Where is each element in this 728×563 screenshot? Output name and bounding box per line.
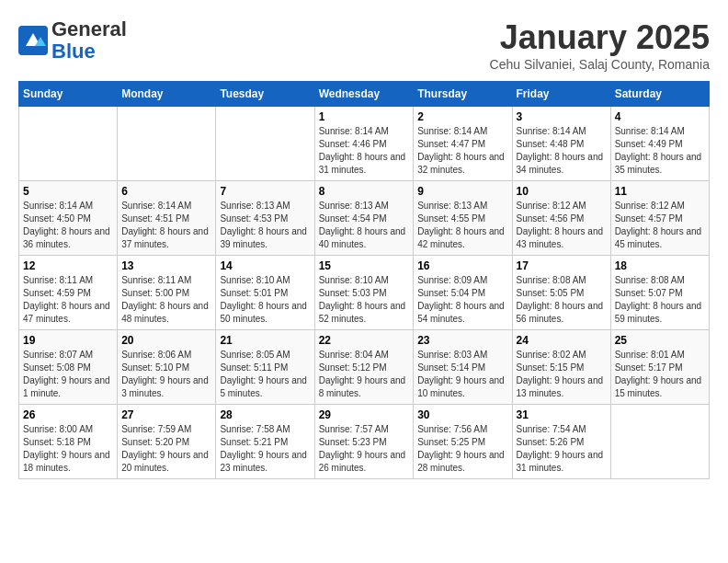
day-cell-20: 20Sunrise: 8:06 AM Sunset: 5:10 PM Dayli… bbox=[118, 330, 216, 405]
day-info: Sunrise: 8:13 AM Sunset: 4:54 PM Dayligh… bbox=[319, 200, 410, 251]
title-area: January 2025 Cehu Silvaniei, Salaj Count… bbox=[490, 18, 710, 72]
day-cell-17: 17Sunrise: 8:08 AM Sunset: 5:05 PM Dayli… bbox=[512, 256, 610, 330]
day-number: 19 bbox=[23, 334, 113, 347]
day-number: 24 bbox=[517, 334, 607, 347]
day-header-wednesday: Wednesday bbox=[314, 82, 414, 107]
day-number: 3 bbox=[517, 110, 607, 123]
day-number: 4 bbox=[615, 110, 705, 123]
day-info: Sunrise: 8:02 AM Sunset: 5:15 PM Dayligh… bbox=[517, 349, 607, 400]
empty-cell bbox=[19, 107, 118, 181]
header: General Blue January 2025 Cehu Silvaniei… bbox=[18, 18, 710, 72]
day-cell-3: 3Sunrise: 8:14 AM Sunset: 4:48 PM Daylig… bbox=[512, 107, 610, 181]
day-info: Sunrise: 8:10 AM Sunset: 5:01 PM Dayligh… bbox=[220, 274, 310, 326]
day-number: 16 bbox=[417, 259, 507, 272]
day-cell-7: 7Sunrise: 8:13 AM Sunset: 4:53 PM Daylig… bbox=[216, 181, 314, 256]
day-number: 30 bbox=[417, 408, 507, 421]
day-cell-15: 15Sunrise: 8:10 AM Sunset: 5:03 PM Dayli… bbox=[314, 256, 414, 330]
day-number: 2 bbox=[417, 110, 507, 123]
logo-general-text: General bbox=[51, 17, 127, 40]
day-number: 9 bbox=[417, 185, 507, 198]
day-cell-11: 11Sunrise: 8:12 AM Sunset: 4:57 PM Dayli… bbox=[610, 181, 709, 256]
day-info: Sunrise: 8:05 AM Sunset: 5:11 PM Dayligh… bbox=[220, 349, 310, 400]
day-cell-23: 23Sunrise: 8:03 AM Sunset: 5:14 PM Dayli… bbox=[414, 330, 512, 405]
day-number: 31 bbox=[517, 408, 607, 421]
day-header-sunday: Sunday bbox=[19, 82, 118, 107]
day-info: Sunrise: 8:06 AM Sunset: 5:10 PM Dayligh… bbox=[121, 349, 211, 400]
logo-blue-text: Blue bbox=[51, 40, 96, 63]
location-subtitle: Cehu Silvaniei, Salaj County, Romania bbox=[490, 57, 710, 72]
day-number: 15 bbox=[319, 259, 410, 272]
day-info: Sunrise: 8:12 AM Sunset: 4:56 PM Dayligh… bbox=[517, 200, 607, 251]
day-cell-14: 14Sunrise: 8:10 AM Sunset: 5:01 PM Dayli… bbox=[216, 256, 314, 330]
day-number: 5 bbox=[23, 185, 113, 198]
day-cell-10: 10Sunrise: 8:12 AM Sunset: 4:56 PM Dayli… bbox=[512, 181, 610, 256]
day-cell-1: 1Sunrise: 8:14 AM Sunset: 4:46 PM Daylig… bbox=[314, 107, 414, 181]
day-header-friday: Friday bbox=[512, 82, 610, 107]
day-cell-18: 18Sunrise: 8:08 AM Sunset: 5:07 PM Dayli… bbox=[610, 256, 709, 330]
day-info: Sunrise: 8:07 AM Sunset: 5:08 PM Dayligh… bbox=[23, 349, 113, 400]
day-cell-13: 13Sunrise: 8:11 AM Sunset: 5:00 PM Dayli… bbox=[118, 256, 216, 330]
calendar-table: SundayMondayTuesdayWednesdayThursdayFrid… bbox=[18, 81, 710, 479]
day-number: 14 bbox=[220, 259, 310, 272]
day-cell-16: 16Sunrise: 8:09 AM Sunset: 5:04 PM Dayli… bbox=[414, 256, 512, 330]
day-info: Sunrise: 8:10 AM Sunset: 5:03 PM Dayligh… bbox=[319, 274, 410, 326]
day-cell-25: 25Sunrise: 8:01 AM Sunset: 5:17 PM Dayli… bbox=[610, 330, 709, 405]
day-header-tuesday: Tuesday bbox=[216, 82, 314, 107]
day-info: Sunrise: 7:57 AM Sunset: 5:23 PM Dayligh… bbox=[319, 423, 410, 475]
day-info: Sunrise: 8:09 AM Sunset: 5:04 PM Dayligh… bbox=[417, 274, 507, 326]
logo-icon bbox=[18, 26, 48, 55]
day-info: Sunrise: 8:14 AM Sunset: 4:46 PM Dayligh… bbox=[319, 125, 410, 177]
day-cell-22: 22Sunrise: 8:04 AM Sunset: 5:12 PM Dayli… bbox=[314, 330, 414, 405]
day-info: Sunrise: 7:59 AM Sunset: 5:20 PM Dayligh… bbox=[121, 423, 211, 475]
day-cell-19: 19Sunrise: 8:07 AM Sunset: 5:08 PM Dayli… bbox=[19, 330, 118, 405]
day-number: 12 bbox=[23, 259, 113, 272]
day-info: Sunrise: 8:13 AM Sunset: 4:55 PM Dayligh… bbox=[417, 200, 507, 251]
day-info: Sunrise: 8:14 AM Sunset: 4:47 PM Dayligh… bbox=[417, 125, 507, 177]
logo: General Blue bbox=[18, 18, 127, 63]
day-number: 28 bbox=[220, 408, 310, 421]
day-number: 21 bbox=[220, 334, 310, 347]
day-info: Sunrise: 8:14 AM Sunset: 4:51 PM Dayligh… bbox=[121, 200, 211, 251]
day-number: 10 bbox=[517, 185, 607, 198]
day-info: Sunrise: 8:00 AM Sunset: 5:18 PM Dayligh… bbox=[23, 423, 113, 475]
day-number: 8 bbox=[319, 185, 410, 198]
day-cell-2: 2Sunrise: 8:14 AM Sunset: 4:47 PM Daylig… bbox=[414, 107, 512, 181]
day-info: Sunrise: 8:14 AM Sunset: 4:49 PM Dayligh… bbox=[615, 125, 705, 177]
day-cell-31: 31Sunrise: 7:54 AM Sunset: 5:26 PM Dayli… bbox=[512, 405, 610, 479]
day-number: 6 bbox=[121, 185, 211, 198]
day-number: 29 bbox=[319, 408, 410, 421]
empty-cell bbox=[610, 405, 709, 479]
day-info: Sunrise: 8:13 AM Sunset: 4:53 PM Dayligh… bbox=[220, 200, 310, 251]
week-row-5: 26Sunrise: 8:00 AM Sunset: 5:18 PM Dayli… bbox=[19, 405, 710, 479]
day-info: Sunrise: 8:08 AM Sunset: 5:07 PM Dayligh… bbox=[615, 274, 705, 326]
day-cell-4: 4Sunrise: 8:14 AM Sunset: 4:49 PM Daylig… bbox=[610, 107, 709, 181]
day-number: 23 bbox=[417, 334, 507, 347]
day-cell-21: 21Sunrise: 8:05 AM Sunset: 5:11 PM Dayli… bbox=[216, 330, 314, 405]
day-info: Sunrise: 8:14 AM Sunset: 4:48 PM Dayligh… bbox=[517, 125, 607, 177]
week-row-2: 5Sunrise: 8:14 AM Sunset: 4:50 PM Daylig… bbox=[19, 181, 710, 256]
day-cell-12: 12Sunrise: 8:11 AM Sunset: 4:59 PM Dayli… bbox=[19, 256, 118, 330]
day-header-monday: Monday bbox=[118, 82, 216, 107]
day-cell-24: 24Sunrise: 8:02 AM Sunset: 5:15 PM Dayli… bbox=[512, 330, 610, 405]
month-title: January 2025 bbox=[490, 18, 710, 57]
day-number: 20 bbox=[121, 334, 211, 347]
day-info: Sunrise: 8:08 AM Sunset: 5:05 PM Dayligh… bbox=[517, 274, 607, 326]
day-number: 26 bbox=[23, 408, 113, 421]
day-number: 11 bbox=[615, 185, 705, 198]
week-row-3: 12Sunrise: 8:11 AM Sunset: 4:59 PM Dayli… bbox=[19, 256, 710, 330]
day-cell-27: 27Sunrise: 7:59 AM Sunset: 5:20 PM Dayli… bbox=[118, 405, 216, 479]
empty-cell bbox=[118, 107, 216, 181]
day-cell-28: 28Sunrise: 7:58 AM Sunset: 5:21 PM Dayli… bbox=[216, 405, 314, 479]
day-cell-8: 8Sunrise: 8:13 AM Sunset: 4:54 PM Daylig… bbox=[314, 181, 414, 256]
days-header-row: SundayMondayTuesdayWednesdayThursdayFrid… bbox=[19, 82, 710, 107]
empty-cell bbox=[216, 107, 314, 181]
day-cell-26: 26Sunrise: 8:00 AM Sunset: 5:18 PM Dayli… bbox=[19, 405, 118, 479]
week-row-1: 1Sunrise: 8:14 AM Sunset: 4:46 PM Daylig… bbox=[19, 107, 710, 181]
day-number: 18 bbox=[615, 259, 705, 272]
day-header-thursday: Thursday bbox=[414, 82, 512, 107]
day-number: 25 bbox=[615, 334, 705, 347]
day-info: Sunrise: 8:01 AM Sunset: 5:17 PM Dayligh… bbox=[615, 349, 705, 400]
day-cell-6: 6Sunrise: 8:14 AM Sunset: 4:51 PM Daylig… bbox=[118, 181, 216, 256]
day-number: 22 bbox=[319, 334, 410, 347]
day-info: Sunrise: 8:11 AM Sunset: 4:59 PM Dayligh… bbox=[23, 274, 113, 326]
